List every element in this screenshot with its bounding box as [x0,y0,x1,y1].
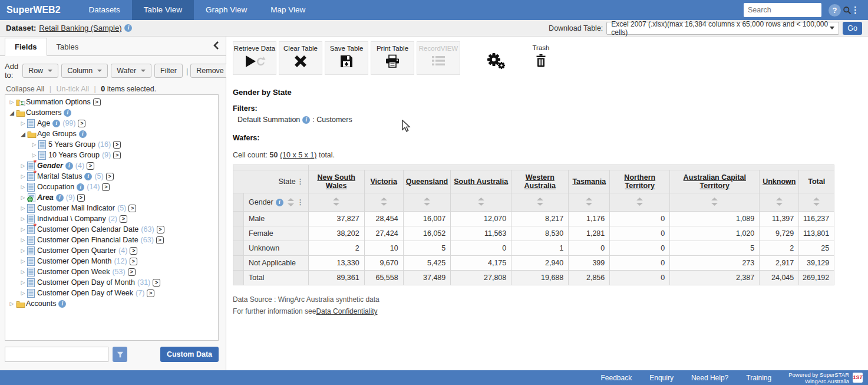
tree-item-customer-open-month[interactable]: ▷Customer Open Month(12)> [5,256,218,266]
field-quick-add-icon[interactable]: > [157,226,164,233]
field-quick-add-icon[interactable]: > [113,141,121,149]
field-quick-add-icon[interactable]: > [102,183,110,191]
tree-item-accounts[interactable]: ▷Accountsi [5,298,218,309]
column-header-total[interactable]: Total [799,170,834,193]
tree-item-customer-open-day-of-month[interactable]: ▷Customer Open Day of Month(31)> [5,277,218,288]
tree-item-gender[interactable]: ▷*Genderi(4)> [5,160,218,171]
tree-item-individual-company[interactable]: ▷Individual \ Company(2)> [5,213,218,224]
nav-item-graph-view[interactable]: Graph View [194,0,259,20]
info-icon[interactable]: i [77,183,84,191]
sort-icon[interactable] [813,198,820,206]
tree-item-10-years-group[interactable]: ▷10 Years Group(9)> [5,150,218,160]
trash-button[interactable]: Trash [527,41,555,75]
expand-node-icon[interactable]: ▷ [19,216,27,222]
custom-data-button[interactable]: Custom Data [160,347,219,362]
field-quick-add-icon[interactable]: > [128,205,136,212]
expand-node-icon[interactable]: ▷ [8,301,16,307]
column-sort-cell[interactable] [760,193,799,212]
expand-node-icon[interactable]: ▷ [19,173,27,179]
add-to-row-button[interactable]: Row [22,64,58,78]
column-sort-cell[interactable] [610,193,670,212]
add-to-wafer-button[interactable]: Wafer [111,64,151,78]
expand-node-icon[interactable]: ▷ [19,120,27,126]
field-quick-add-icon[interactable]: > [93,98,101,106]
field-quick-add-icon[interactable]: > [156,236,164,244]
sort-icon[interactable] [333,198,339,206]
sort-icon[interactable] [776,198,783,206]
column-menu-icon[interactable]: ⋮ [296,178,305,185]
column-sort-cell[interactable] [511,193,569,212]
field-filter-button[interactable] [113,347,127,362]
field-quick-add-icon[interactable]: > [130,247,137,255]
save-table-button[interactable]: Save Table [325,41,368,75]
clear-table-button[interactable]: Clear Table [279,41,322,75]
cell-count-link[interactable]: (10 x 5 x 1) [280,151,317,159]
overflow-menu-icon[interactable]: ⋮ [849,5,862,15]
sort-icon[interactable] [537,198,543,206]
untick-all-link[interactable]: Un-tick All [57,85,90,93]
add-to-filter-button[interactable]: Filter [154,64,183,78]
expand-node-icon[interactable]: ▷ [19,226,27,232]
field-quick-add-icon[interactable]: > [77,194,85,202]
column-sort-cell[interactable] [364,193,403,212]
table-options-button[interactable] [483,41,510,75]
column-sort-cell[interactable] [670,193,760,212]
tree-item-marital-status[interactable]: ▷*Marital Statusi(5)> [5,171,218,182]
field-quick-add-icon[interactable]: > [128,268,136,276]
collapse-node-icon[interactable]: ◢ [19,131,27,137]
sort-icon[interactable] [478,198,484,206]
column-sort-cell[interactable] [569,193,610,212]
search-box[interactable] [744,3,821,17]
tree-item-age-groups[interactable]: ◢Age Groupsi [5,129,218,139]
field-search-input[interactable] [5,347,108,362]
tree-item-area[interactable]: ▷Areai(9)> [5,192,218,203]
nav-item-datasets[interactable]: Datasets [77,0,132,20]
expand-node-icon[interactable]: ▷ [19,237,27,243]
column-sort-cell[interactable] [308,193,364,212]
field-quick-add-icon[interactable]: > [120,215,127,223]
info-icon[interactable]: i [58,300,66,308]
collapse-all-link[interactable]: Collapse All [6,85,44,93]
download-format-select[interactable]: Excel 2007 (.xlsx)(max 16,384 columns x … [606,22,839,35]
column-header-victoria[interactable]: Victoria [364,170,403,193]
sort-icon[interactable] [288,198,294,206]
footer-link-enquiry[interactable]: Enquiry [649,374,674,382]
sort-icon[interactable] [711,198,718,206]
field-quick-add-icon[interactable]: > [78,120,85,127]
expand-node-icon[interactable]: ▷ [19,195,27,200]
sort-icon[interactable] [424,198,430,206]
info-icon[interactable]: i [84,173,92,180]
help-icon[interactable]: ? [829,4,841,17]
column-header-queensland[interactable]: Queensland [403,170,451,193]
field-quick-add-icon[interactable]: > [130,258,137,265]
footer-link-feedback[interactable]: Feedback [601,374,632,382]
column-sort-cell[interactable] [451,193,511,212]
info-icon[interactable]: i [64,109,71,117]
expand-node-icon[interactable]: ▷ [19,248,27,254]
footer-link-need-help[interactable]: Need Help? [691,374,728,382]
expand-node-icon[interactable]: ▷ [19,258,27,264]
nav-item-table-view[interactable]: Table View [132,0,194,20]
sort-icon[interactable] [381,198,387,206]
expand-node-icon[interactable]: ▷ [19,163,27,169]
expand-node-icon[interactable]: ▷ [19,290,27,296]
field-quick-add-icon[interactable]: > [106,173,114,180]
expand-node-icon[interactable]: ▷ [19,205,27,211]
dataset-link[interactable]: Retail Banking (Sample) [39,24,121,32]
column-sort-cell[interactable] [799,193,834,212]
expand-node-icon[interactable]: ▷ [19,184,27,190]
go-button[interactable]: Go [843,22,862,35]
row-dimension-header[interactable]: Genderi⋮ [244,193,309,212]
dataset-info-icon[interactable]: i [124,24,132,32]
tree-item-customers[interactable]: ◢Customersi [5,107,218,118]
footer-link-training[interactable]: Training [746,374,771,382]
sort-icon[interactable] [636,198,643,206]
column-header-south-australia[interactable]: South Australia [451,170,511,193]
field-quick-add-icon[interactable]: > [147,289,154,297]
field-quick-add-icon[interactable]: > [153,279,160,287]
field-quick-add-icon[interactable]: > [113,152,121,159]
tree-item-age[interactable]: ▷Agei(99)> [5,118,218,129]
column-dimension-header[interactable]: State⋮ [233,170,309,193]
tree-item-occupation[interactable]: ▷Occupationi(14)> [5,182,218,192]
sidebar-collapse-icon[interactable] [213,41,221,51]
